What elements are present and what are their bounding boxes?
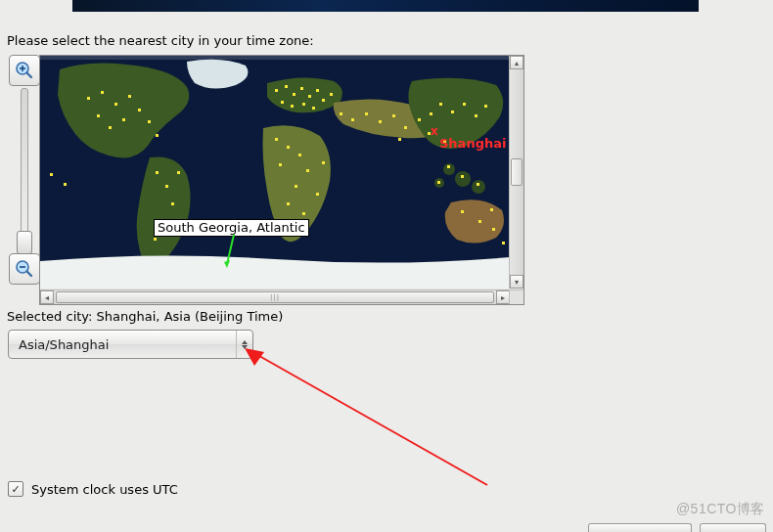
- watermark: @51CTO博客: [676, 501, 765, 518]
- svg-rect-59: [430, 112, 432, 115]
- svg-rect-62: [463, 103, 466, 106]
- footer-button-right[interactable]: [700, 523, 766, 532]
- svg-rect-17: [128, 95, 131, 98]
- svg-rect-33: [300, 87, 303, 90]
- scroll-up-button[interactable]: ▴: [510, 56, 523, 69]
- svg-rect-19: [122, 118, 125, 121]
- svg-rect-40: [322, 99, 325, 102]
- svg-rect-65: [428, 132, 431, 135]
- svg-rect-55: [379, 120, 382, 123]
- svg-rect-29: [177, 171, 180, 174]
- svg-rect-49: [316, 193, 319, 196]
- svg-rect-20: [109, 126, 112, 129]
- svg-rect-61: [451, 111, 454, 113]
- utc-checkbox-label: System clock uses UTC: [31, 482, 178, 497]
- svg-rect-41: [330, 93, 333, 96]
- scroll-right-button[interactable]: ▸: [496, 290, 510, 304]
- zoom-slider-handle[interactable]: [17, 231, 32, 254]
- svg-rect-42: [275, 138, 278, 141]
- svg-rect-14: [87, 97, 90, 100]
- svg-rect-67: [398, 138, 401, 141]
- svg-point-10: [455, 171, 471, 187]
- svg-rect-25: [165, 185, 168, 188]
- svg-rect-36: [281, 101, 284, 104]
- zoom-slider-track[interactable]: [21, 88, 28, 253]
- footer-button-left[interactable]: [588, 523, 692, 532]
- map-horizontal-scrollbar[interactable]: ◂ ||| ▸: [40, 289, 510, 304]
- svg-line-1: [27, 73, 32, 78]
- svg-rect-78: [50, 173, 53, 176]
- svg-rect-32: [293, 93, 296, 96]
- svg-rect-47: [287, 202, 290, 205]
- utc-row: ✓ System clock uses UTC: [8, 481, 178, 497]
- svg-rect-56: [392, 114, 395, 117]
- svg-line-81: [252, 352, 487, 485]
- svg-rect-72: [461, 210, 464, 213]
- svg-rect-54: [365, 112, 368, 115]
- world-map-frame: x Shanghai South Georgia, Atlantic ▴ ▾ ◂…: [39, 55, 524, 305]
- svg-rect-30: [275, 89, 278, 92]
- svg-rect-48: [302, 212, 305, 215]
- svg-rect-66: [443, 140, 446, 143]
- svg-rect-31: [285, 85, 288, 88]
- timezone-prompt: Please select the nearest city in your t…: [7, 33, 314, 48]
- svg-point-9: [443, 163, 455, 175]
- svg-rect-57: [404, 126, 407, 129]
- timezone-select-value: Asia/Shanghai: [9, 337, 236, 352]
- svg-rect-16: [114, 103, 117, 106]
- zoom-in-icon: [15, 61, 34, 80]
- svg-rect-69: [461, 175, 464, 178]
- svg-rect-77: [64, 183, 67, 186]
- svg-rect-28: [154, 238, 157, 241]
- svg-rect-51: [279, 163, 282, 166]
- svg-rect-53: [351, 118, 354, 121]
- svg-rect-73: [478, 220, 481, 223]
- svg-rect-22: [148, 120, 151, 123]
- horizontal-scroll-thumb[interactable]: |||: [56, 291, 494, 303]
- svg-rect-15: [101, 91, 104, 94]
- world-map-graphic: [40, 56, 510, 288]
- svg-rect-50: [322, 161, 325, 164]
- svg-rect-37: [291, 105, 294, 108]
- svg-rect-45: [306, 169, 309, 172]
- zoom-controls: [9, 55, 38, 285]
- svg-rect-21: [97, 114, 100, 117]
- svg-rect-8: [40, 56, 510, 60]
- svg-rect-35: [316, 89, 319, 92]
- svg-rect-74: [492, 228, 495, 231]
- svg-rect-71: [437, 181, 440, 184]
- svg-rect-76: [502, 242, 505, 244]
- vertical-scroll-thumb[interactable]: [511, 158, 523, 186]
- zoom-out-button[interactable]: [9, 253, 40, 285]
- svg-rect-63: [475, 114, 477, 117]
- svg-rect-58: [418, 118, 421, 121]
- svg-rect-75: [490, 208, 493, 211]
- svg-rect-39: [312, 107, 315, 110]
- svg-rect-60: [439, 103, 442, 106]
- svg-rect-23: [156, 134, 159, 137]
- scroll-left-button[interactable]: ◂: [40, 290, 54, 304]
- scroll-down-button[interactable]: ▾: [510, 275, 523, 288]
- svg-rect-68: [447, 165, 450, 168]
- svg-rect-44: [298, 154, 301, 156]
- zoom-in-button[interactable]: [9, 55, 40, 86]
- svg-rect-24: [156, 171, 159, 174]
- annotation-arrow: [243, 346, 497, 493]
- svg-rect-27: [161, 220, 164, 223]
- world-map[interactable]: x Shanghai South Georgia, Atlantic: [40, 56, 510, 288]
- map-vertical-scrollbar[interactable]: ▴ ▾: [509, 56, 523, 288]
- scrollbar-corner: [509, 289, 523, 304]
- svg-rect-46: [295, 185, 297, 188]
- svg-rect-64: [484, 105, 487, 108]
- header-banner: [72, 0, 699, 12]
- zoom-out-icon: [15, 259, 34, 279]
- utc-checkbox[interactable]: ✓: [8, 481, 23, 497]
- timezone-select[interactable]: Asia/Shanghai: [8, 330, 253, 359]
- svg-rect-26: [171, 202, 174, 205]
- svg-point-11: [472, 180, 485, 194]
- selected-city-label: Selected city: Shanghai, Asia (Beijing T…: [7, 309, 283, 324]
- svg-rect-70: [477, 183, 479, 186]
- svg-rect-52: [340, 112, 342, 115]
- svg-rect-34: [308, 95, 311, 98]
- updown-icon: [236, 331, 252, 358]
